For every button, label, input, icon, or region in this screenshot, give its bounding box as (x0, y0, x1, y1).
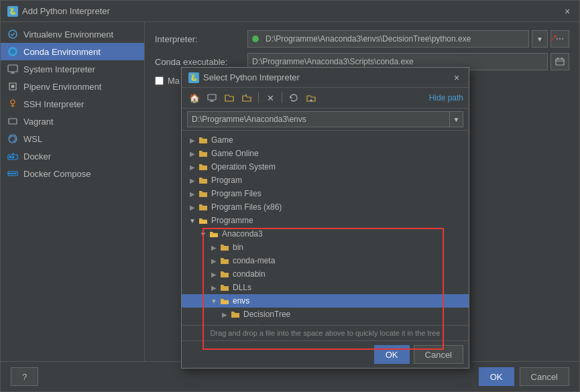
folder-icon-dlls (219, 282, 230, 293)
tree-item-condameta[interactable]: ▶ conda-meta (182, 254, 469, 267)
sidebar-item-dockercompose[interactable]: Docker Compose (1, 165, 144, 182)
tree-item-condabin[interactable]: ▶ condabin (182, 267, 469, 281)
sidebar-item-pipenv[interactable]: Pipenv Environment (1, 78, 144, 95)
tree-arrow-programfilesx86: ▶ (187, 204, 198, 211)
tree-item-program-label: Program (211, 176, 242, 185)
main-title-left: 🐍 Add Python Interpreter (7, 6, 110, 17)
sidebar-item-docker[interactable]: Docker (1, 147, 144, 165)
folder-icon-programme (198, 215, 209, 226)
sidebar-item-wsl-label: WSL (23, 134, 42, 144)
tree-arrow-condabin: ▶ (209, 271, 219, 278)
tree-item-dlls[interactable]: ▶ DLLs (182, 281, 469, 294)
folder-icon-condameta (219, 255, 230, 266)
tree-item-programme[interactable]: ▼ Programme (182, 214, 469, 227)
svg-rect-3 (8, 65, 17, 72)
tree-arrow-programfiles: ▶ (187, 190, 198, 198)
tree-arrow-anaconda3: ▼ (198, 231, 209, 238)
hide-path-btn[interactable]: Hide path (429, 93, 463, 103)
delete-toolbar-btn[interactable]: ✕ (263, 90, 278, 105)
tree-item-program[interactable]: ▶ Program (182, 174, 469, 187)
sidebar-item-wsl[interactable]: WSL (1, 130, 144, 147)
tree-item-programfilesx86[interactable]: ▶ Program Files (x86) (182, 200, 469, 214)
tree-item-envs[interactable]: ▼ envs (182, 294, 469, 308)
tree-item-envs-label: envs (233, 296, 249, 306)
folder-icon-bin (219, 242, 230, 253)
tree-item-dlls-label: DLLs (233, 283, 251, 292)
main-close-button[interactable]: × (562, 6, 573, 17)
tree-item-gameonline[interactable]: ▶ Game Online (182, 147, 469, 160)
main-dialog-title: Add Python Interpreter (22, 6, 110, 16)
sub-cancel-button[interactable]: Cancel (414, 345, 463, 364)
svg-rect-17 (556, 59, 564, 65)
sidebar-item-vagrant[interactable]: Vagrant (1, 113, 144, 130)
tree-arrow-game: ▶ (187, 137, 198, 144)
make-available-label: Ma (168, 76, 180, 86)
svg-rect-8 (9, 119, 17, 124)
folder-icon-decisiontree (230, 309, 241, 320)
tree-arrow-gameonline: ▶ (187, 150, 198, 157)
tree-item-programme-label: Programme (211, 216, 253, 225)
tree-item-bin-label: bin (233, 243, 243, 252)
tree-item-anaconda3-label: Anaconda3 (222, 229, 263, 239)
green-dot (252, 36, 259, 42)
home-toolbar-btn[interactable]: 🏠 (187, 90, 202, 105)
ok-button[interactable]: OK (479, 367, 514, 386)
interpreter-input[interactable] (262, 30, 524, 48)
sidebar-item-conda-label: Conda Environment (23, 47, 101, 57)
sub-dialog: 🐍 Select Python Interpreter × 🏠 ✕ Hide p… (181, 67, 469, 369)
sub-ok-button[interactable]: OK (374, 345, 410, 364)
newfolder-toolbar-btn[interactable] (304, 90, 318, 105)
svg-rect-19 (561, 58, 563, 60)
tree-item-anaconda3[interactable]: ▼ Anaconda3 (182, 227, 469, 241)
sidebar-item-ssh-label: SSH Interpreter (23, 99, 84, 109)
sidebar-item-ssh[interactable]: SSH Interpreter (1, 95, 144, 113)
tree-item-bin[interactable]: ▶ bin (182, 241, 469, 254)
path-dropdown-btn[interactable]: ▼ (450, 111, 463, 127)
docker-icon (7, 151, 18, 161)
tree-item-operationsystem[interactable]: ▶ Operation System (182, 160, 469, 174)
svg-rect-14 (9, 173, 11, 174)
interpreter-browse-btn[interactable]: ⋯ (550, 30, 569, 48)
sidebar-item-conda[interactable]: Conda Environment (1, 43, 144, 60)
tree-arrow-program: ▶ (187, 177, 198, 184)
svg-point-7 (11, 100, 15, 104)
tree-item-programfiles[interactable]: ▶ Program Files (182, 187, 469, 200)
sidebar-item-vagrant-label: Vagrant (23, 117, 54, 127)
sidebar-item-system[interactable]: System Interpreter (1, 60, 144, 78)
dockercompose-icon (7, 168, 18, 179)
folder-toolbar-btn[interactable] (222, 90, 237, 105)
interpreter-dropdown-btn[interactable]: ▼ (532, 30, 548, 48)
sub-dialog-title: Select Python Interpreter (203, 72, 300, 82)
tree-item-game[interactable]: ▶ Game (182, 133, 469, 147)
folder-icon-gameonline (198, 148, 209, 159)
folder-icon-anaconda3 (209, 228, 219, 239)
svg-rect-15 (11, 173, 13, 174)
tree-item-decisiontree-label: DecisionTree (243, 310, 290, 319)
path-bar: ▼ (182, 109, 469, 131)
folderup-toolbar-btn[interactable] (239, 90, 254, 105)
svg-rect-20 (208, 94, 216, 100)
svg-point-6 (11, 85, 15, 88)
conda-browse-btn[interactable] (550, 53, 569, 70)
cancel-button[interactable]: Cancel (520, 367, 569, 386)
virtualenv-icon (7, 29, 18, 40)
help-button[interactable]: ? (11, 367, 38, 386)
status-text: Drag and drop a file into the space abov… (210, 329, 440, 337)
sub-buttons: OK Cancel (182, 340, 469, 368)
tree-item-decisiontree[interactable]: ▶ DecisionTree (182, 308, 469, 321)
toolbar: 🏠 ✕ Hide path (182, 88, 469, 109)
tree-item-programfilesx86-label: Program Files (x86) (211, 202, 282, 212)
refresh-toolbar-btn[interactable] (286, 90, 301, 105)
sidebar: Virtualenv Environment Conda Environment (1, 22, 145, 361)
path-input[interactable] (187, 111, 450, 127)
tree-arrow-decisiontree: ▶ (219, 311, 230, 318)
file-tree[interactable]: ▶ Game ▶ Game Online ▶ Operation System … (182, 131, 469, 325)
sidebar-item-virtualenv[interactable]: Virtualenv Environment (1, 25, 144, 43)
make-available-checkbox[interactable] (155, 76, 164, 85)
tree-item-game-label: Game (211, 135, 233, 145)
toolbar-sep-2 (282, 92, 282, 103)
folder-icon-programfilesx86 (198, 202, 209, 212)
sub-close-button[interactable]: × (451, 72, 462, 83)
desktop-toolbar-btn[interactable] (205, 90, 219, 105)
folder-icon-game (198, 135, 209, 145)
